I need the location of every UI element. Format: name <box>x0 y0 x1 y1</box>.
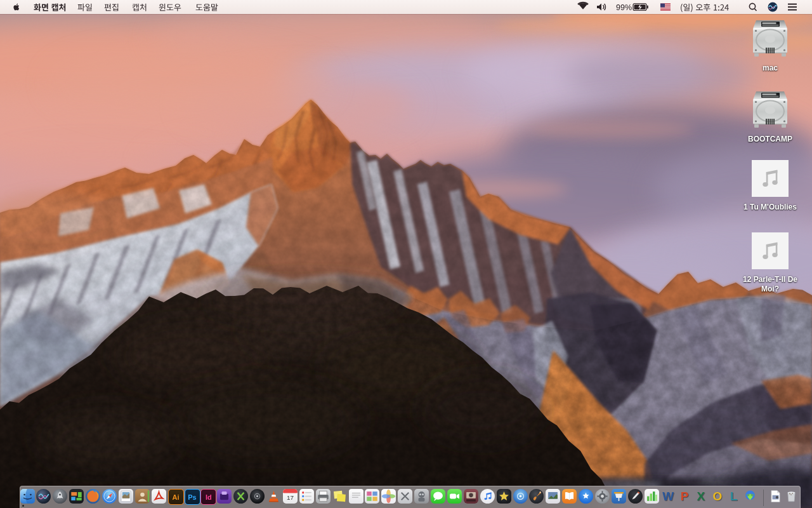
svg-text:17: 17 <box>287 494 294 501</box>
svg-text:99%: 99% <box>616 3 632 12</box>
